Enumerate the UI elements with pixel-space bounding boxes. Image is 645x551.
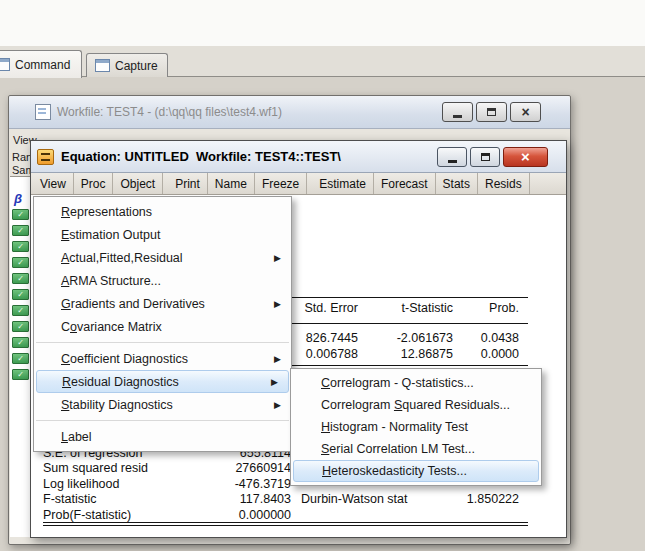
- series-icon[interactable]: ✓: [12, 241, 29, 252]
- menu-item-gradients-derivatives[interactable]: Gradients and Derivatives ▶: [34, 292, 291, 315]
- label-text: A: [61, 251, 69, 265]
- label-text: E: [61, 228, 69, 242]
- stat-row: Sum squared resid 27660914: [43, 461, 303, 475]
- series-icon[interactable]: ✓: [12, 353, 29, 364]
- label-text: R: [62, 375, 71, 389]
- submenu-arrow-icon: ▶: [274, 400, 281, 410]
- label-text: tability Diagnostics: [69, 398, 173, 412]
- tab-command[interactable]: Command: [0, 50, 82, 78]
- label-text: esidual Diagnostics: [71, 375, 179, 389]
- toolbar-button-freeze[interactable]: Freeze: [255, 173, 307, 194]
- submenu-item-correlogram-q[interactable]: Correlogram - Q-statistics...: [291, 372, 541, 394]
- toolbar-button-estimate[interactable]: Estimate: [312, 173, 374, 194]
- label-text: epresentations: [70, 205, 152, 219]
- series-icon[interactable]: ✓: [12, 369, 29, 380]
- menu-item-residual-diagnostics[interactable]: Residual Diagnostics ▶: [36, 370, 289, 393]
- stat-row: F-statistic 117.8403: [43, 492, 303, 506]
- cell: -2.061673: [361, 331, 453, 345]
- toolbar-button-proc[interactable]: Proc: [74, 173, 114, 194]
- equation-titlebar[interactable]: Equation: UNTITLED Workfile: TEST4::TEST…: [31, 141, 566, 173]
- submenu-item-serial-correlation-lm[interactable]: Serial Correlation LM Test...: [291, 438, 541, 460]
- equation-icon: [37, 149, 54, 165]
- check-icon: ✓: [17, 355, 24, 363]
- check-icon: ✓: [17, 227, 24, 235]
- label-text: C: [321, 376, 330, 390]
- series-icon[interactable]: ✓: [12, 257, 29, 268]
- submenu-arrow-icon: ▶: [271, 377, 278, 387]
- label-text: L: [61, 430, 68, 444]
- coef-object-icon[interactable]: β: [14, 191, 22, 206]
- menu-item-arma-structure[interactable]: ARMA Structure...: [34, 269, 291, 292]
- menu-item-estimation-output[interactable]: Estimation Output: [34, 223, 291, 246]
- workfile-titlebar[interactable]: Workfile: TEST4 - (d:\qq\qq files\test4.…: [9, 96, 570, 129]
- col-header: t-Statistic: [361, 301, 453, 315]
- menu-item-coefficient-diagnostics[interactable]: Coefficient Diagnostics ▶: [34, 347, 291, 370]
- label-text: erial Correlation LM Test...: [329, 442, 475, 456]
- equation-maximize-button[interactable]: [470, 147, 500, 167]
- menu-item-label[interactable]: Label: [34, 425, 291, 448]
- label-text: quared Residuals...: [402, 398, 510, 412]
- series-icon[interactable]: ✓: [12, 321, 29, 332]
- maximize-icon: [481, 153, 490, 161]
- submenu-item-histogram-normality[interactable]: Histogram - Normality Test: [291, 416, 541, 438]
- check-icon: ✓: [17, 323, 24, 331]
- stat-row: Log likelihood -476.3719: [43, 477, 303, 491]
- submenu-item-correlogram-squared[interactable]: Correlogram Squared Residuals...: [291, 394, 541, 416]
- label-text: S: [321, 442, 329, 456]
- label-text: A: [61, 274, 69, 288]
- capture-tab-icon: [95, 59, 110, 72]
- label-text: o: [70, 320, 77, 334]
- submenu-arrow-icon: ▶: [274, 253, 281, 263]
- check-icon: ✓: [17, 307, 24, 315]
- series-icon[interactable]: ✓: [12, 225, 29, 236]
- col-header: Prob.: [461, 301, 519, 315]
- label-text: abel: [68, 430, 92, 444]
- submenu-arrow-icon: ▶: [274, 299, 281, 309]
- eviews-screen: Command Capture Workfile: TEST4 - (d:\qq…: [0, 0, 645, 551]
- workfile-minimize-button[interactable]: [442, 102, 473, 122]
- menu-item-covariance-matrix[interactable]: Covariance Matrix: [34, 315, 291, 338]
- label-text: stimation Output: [69, 228, 160, 242]
- check-icon: ✓: [17, 259, 24, 267]
- menu-item-actual-fitted-residual[interactable]: Actual,Fitted,Residual ▶: [34, 246, 291, 269]
- tab-command-label: Command: [15, 58, 70, 72]
- equation-minimize-button[interactable]: [437, 147, 467, 167]
- workfile-close-button[interactable]: ×: [510, 102, 541, 122]
- residual-diagnostics-submenu: Correlogram - Q-statistics... Correlogra…: [290, 368, 542, 486]
- tab-capture[interactable]: Capture: [86, 53, 168, 77]
- equation-close-button[interactable]: ×: [503, 147, 548, 167]
- toolbar-button-name[interactable]: Name: [208, 173, 255, 194]
- stat-label: Prob(F-statistic): [43, 508, 131, 522]
- toolbar-button-object[interactable]: Object: [113, 173, 163, 194]
- toolbar-button-resids[interactable]: Resids: [478, 173, 530, 194]
- equation-toolbar: View Proc Object Print Name Freeze Estim…: [31, 173, 566, 195]
- series-icon[interactable]: ✓: [12, 289, 29, 300]
- toolbar-button-print[interactable]: Print: [168, 173, 208, 194]
- stat-value: 27660914: [191, 461, 291, 475]
- submenu-arrow-icon: ▶: [274, 354, 281, 364]
- menu-item-stability-diagnostics[interactable]: Stability Diagnostics ▶: [34, 393, 291, 416]
- label-text: S: [61, 398, 69, 412]
- label-text: variance Matrix: [77, 320, 162, 334]
- equation-window-buttons: ×: [437, 147, 548, 167]
- label-text: H: [322, 464, 331, 478]
- toolbar-button-forecast[interactable]: Forecast: [374, 173, 436, 194]
- label-text: ctual,Fitted,Residual: [69, 251, 182, 265]
- series-icon[interactable]: ✓: [12, 209, 29, 220]
- workfile-maximize-button[interactable]: [476, 102, 507, 122]
- menu-separator: [36, 420, 289, 421]
- label-text: RMA Structure...: [69, 274, 161, 288]
- series-icon[interactable]: ✓: [12, 305, 29, 316]
- table-rule: [43, 525, 528, 526]
- stat-label: Log likelihood: [43, 477, 119, 491]
- series-icon[interactable]: ✓: [12, 337, 29, 348]
- series-icon[interactable]: ✓: [12, 273, 29, 284]
- view-menu: Representations Estimation Output Actual…: [33, 196, 292, 452]
- menu-item-representations[interactable]: Representations: [34, 200, 291, 223]
- stat-label: Sum squared resid: [43, 461, 148, 475]
- submenu-item-heteroskedasticity-tests[interactable]: Heteroskedasticity Tests...: [293, 460, 539, 482]
- toolbar-button-view[interactable]: View: [33, 173, 74, 194]
- workfile-icon: [35, 104, 51, 120]
- maximize-icon: [487, 108, 496, 116]
- toolbar-button-stats[interactable]: Stats: [436, 173, 478, 194]
